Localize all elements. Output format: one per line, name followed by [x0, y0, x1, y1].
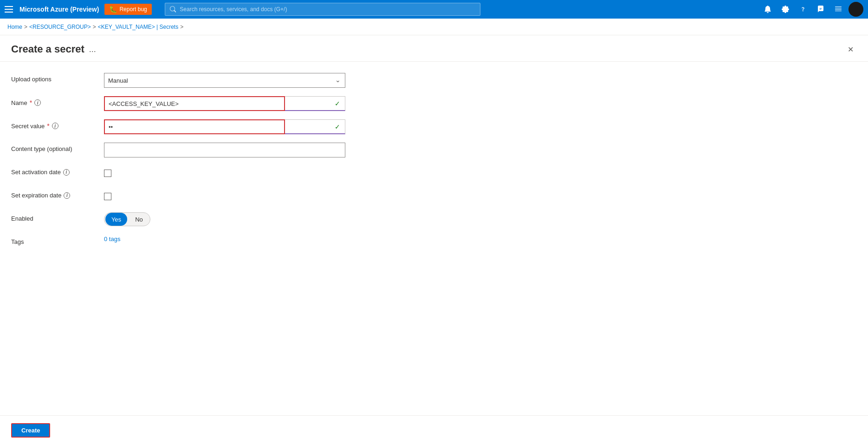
upload-options-row: Upload options Manual Certificate Import [11, 73, 857, 88]
name-required-indicator: * [30, 99, 32, 106]
content-type-label: Content type (optional) [11, 143, 104, 152]
notifications-icon[interactable] [760, 2, 775, 17]
search-input[interactable] [180, 6, 475, 13]
name-control: ✓ [104, 96, 345, 111]
name-input[interactable] [104, 96, 285, 111]
breadcrumb-home[interactable]: Home [7, 24, 22, 30]
bug-icon: 🐛 [109, 6, 117, 13]
upload-options-select[interactable]: Manual Certificate Import [104, 73, 345, 88]
enabled-no-option[interactable]: No [128, 213, 150, 226]
upload-options-dropdown-wrapper[interactable]: Manual Certificate Import [104, 73, 345, 88]
settings-icon[interactable] [778, 2, 793, 17]
feedback-icon[interactable] [813, 2, 828, 17]
content-type-control [104, 143, 345, 157]
name-info-icon[interactable]: i [34, 99, 41, 106]
report-bug-button[interactable]: 🐛 Report bug [104, 4, 151, 15]
activation-date-row: Set activation date i [11, 166, 857, 181]
activation-date-label: Set activation date i [11, 166, 104, 176]
page-options-button[interactable]: ... [89, 45, 96, 54]
name-input-group: ✓ [104, 96, 345, 111]
content-type-input[interactable] [104, 143, 345, 157]
expiration-info-icon[interactable]: i [64, 192, 70, 199]
breadcrumb: Home > <RESOURCE_GROUP> > <KEY_VAULT_NAM… [0, 19, 868, 35]
tags-label: Tags [11, 236, 104, 245]
name-row: Name * i ✓ [11, 96, 857, 111]
tags-link[interactable]: 0 tags [104, 236, 120, 242]
content-type-row: Content type (optional) [11, 143, 857, 157]
page-title: Create a secret [11, 43, 84, 55]
secret-value-input[interactable] [104, 119, 285, 134]
expiration-date-row: Set expiration date i [11, 189, 857, 204]
expiration-date-checkbox[interactable] [104, 193, 111, 200]
search-icon [170, 6, 176, 13]
expiration-date-control [104, 189, 345, 202]
page-header: Create a secret ... ✕ [0, 35, 868, 62]
hamburger-menu[interactable] [5, 5, 14, 14]
close-button[interactable]: ✕ [844, 43, 857, 56]
tags-row: Tags 0 tags [11, 236, 857, 250]
name-label: Name * i [11, 96, 104, 106]
activation-date-control [104, 166, 345, 178]
name-validation-area: ✓ [285, 96, 345, 111]
search-bar[interactable] [165, 3, 480, 16]
help-icon[interactable] [796, 2, 810, 17]
secret-validation-area: ✓ [285, 119, 345, 134]
secret-value-row: Secret value * i ✓ [11, 119, 857, 134]
secret-required-indicator: * [47, 122, 49, 130]
user-avatar[interactable] [849, 2, 863, 17]
breadcrumb-key-vault[interactable]: <KEY_VAULT_NAME> | Secrets [98, 24, 178, 30]
portal-menu-icon[interactable] [831, 2, 846, 17]
expiration-date-label: Set expiration date i [11, 189, 104, 199]
activation-date-checkbox[interactable] [104, 170, 111, 177]
topnav: Microsoft Azure (Preview) 🐛 Report bug [0, 0, 868, 19]
enabled-yes-option[interactable]: Yes [105, 213, 127, 226]
secret-value-label: Secret value * i [11, 119, 104, 130]
secret-input-group: ✓ [104, 119, 345, 134]
page-title-row: Create a secret ... [11, 43, 96, 55]
form-container: Upload options Manual Certificate Import… [0, 62, 868, 445]
enabled-label: Enabled [11, 212, 104, 222]
enabled-toggle[interactable]: Yes No [104, 212, 150, 226]
upload-options-label: Upload options [11, 73, 104, 83]
topnav-icons [760, 2, 863, 17]
create-button[interactable]: Create [11, 423, 50, 438]
page-footer: Create [0, 415, 868, 445]
enabled-row: Enabled Yes No [11, 212, 857, 227]
upload-options-control: Manual Certificate Import [104, 73, 345, 88]
enabled-control: Yes No [104, 212, 345, 226]
tags-control: 0 tags [104, 236, 345, 242]
secret-check-icon: ✓ [335, 123, 340, 131]
secret-control: ✓ [104, 119, 345, 134]
activation-info-icon[interactable]: i [63, 169, 70, 176]
secret-info-icon[interactable]: i [52, 123, 58, 129]
page-container: Create a secret ... ✕ Upload options Man… [0, 35, 868, 445]
breadcrumb-resource-group[interactable]: <RESOURCE_GROUP> [29, 24, 91, 30]
name-check-icon: ✓ [335, 100, 340, 107]
app-brand: Microsoft Azure (Preview) [19, 6, 99, 13]
